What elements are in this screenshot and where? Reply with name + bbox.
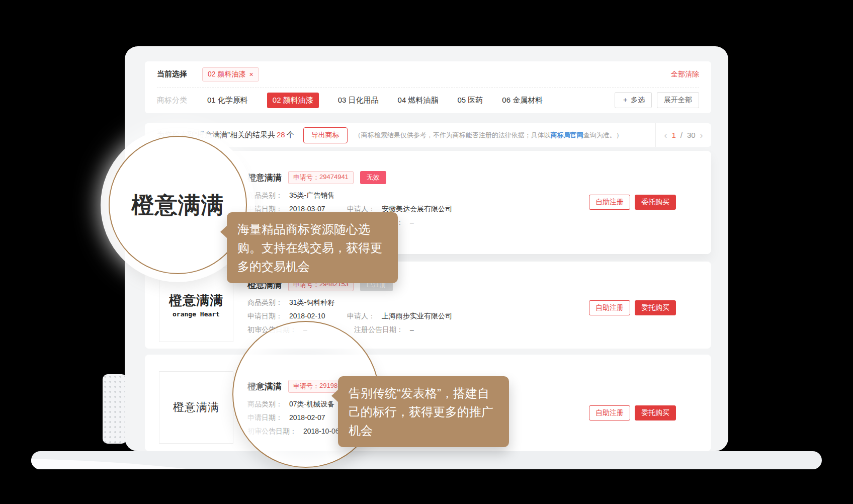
status-badge: 无效 xyxy=(360,171,386,184)
magnified-trademark-text: 橙意满满 xyxy=(132,190,224,220)
title-line: 橙意满满 申请号：29474941 无效 xyxy=(247,171,711,184)
self-register-button[interactable]: 自助注册 xyxy=(589,405,630,421)
trademark-image-text: 橙意满满 xyxy=(173,400,219,415)
dotted-decoration xyxy=(103,374,127,444)
filter-panel: 当前选择 02 颜料油漆 × 全部清除 商标分类 01 化学原料 02 颜料油漆… xyxy=(145,61,711,113)
apply-date-label: 申请日期： xyxy=(247,311,283,321)
category-label: 商品类别： xyxy=(247,298,283,307)
trademark-office-link[interactable]: 商标局官网 xyxy=(551,131,583,139)
self-register-button[interactable]: 自助注册 xyxy=(589,300,630,315)
reg-pub-value: – xyxy=(410,218,414,227)
self-register-button[interactable]: 自助注册 xyxy=(589,195,630,210)
clear-all-link[interactable]: 全部清除 xyxy=(671,70,699,79)
category-label: 商品类别： xyxy=(247,191,283,200)
apply-date-value: 2018-02-10 xyxy=(289,311,347,321)
category-row-label: 商标分类 xyxy=(157,96,187,105)
category-item-03[interactable]: 03 日化用品 xyxy=(338,96,379,105)
page-total: 30 xyxy=(687,131,696,139)
row-actions: 自助注册 委托购买 xyxy=(589,405,676,421)
results-count: 28 xyxy=(277,130,285,139)
category-value: 35类-广告销售 xyxy=(289,191,334,200)
trademark-name[interactable]: 橙意满满 xyxy=(247,172,282,184)
disclaimer-post: 查询为准。） xyxy=(583,131,623,139)
trademark-search-mockup: 当前选择 02 颜料油漆 × 全部清除 商标分类 01 化学原料 02 颜料油漆… xyxy=(0,0,853,504)
category-list: 01 化学原料 02 颜料油漆 03 日化用品 04 燃料油脂 05 医药 06… xyxy=(207,93,543,108)
selected-filter-tag[interactable]: 02 颜料油漆 × xyxy=(202,67,259,81)
reg-pub-value: – xyxy=(410,325,414,334)
trademark-image-text: 橙意满满 xyxy=(169,292,223,309)
export-trademarks-button[interactable]: 导出商标 xyxy=(303,127,348,143)
tooltip-promotion: 告别传统“发表格”，搭建自己的标行，获得更多的推广机会 xyxy=(338,376,509,447)
pagination: ‹ 1 / 30 › xyxy=(655,123,711,147)
category-item-01[interactable]: 01 化学原料 xyxy=(207,96,248,105)
results-header: 为您检索到“橙意满满”相关的结果共28个 导出商标 （商标检索结果仅供参考，不作… xyxy=(145,123,711,147)
application-number-label: 申请号： xyxy=(293,173,319,182)
entrusted-purchase-button[interactable]: 委托购买 xyxy=(635,300,676,315)
category-item-06[interactable]: 06 金属材料 xyxy=(502,96,543,105)
current-selection-label: 当前选择 xyxy=(157,69,187,79)
category-item-02-active[interactable]: 02 颜料油漆 xyxy=(267,93,319,108)
reg-pub-label: 注册公告日期： xyxy=(354,325,403,334)
category-actions: ＋ 多选 展开全部 xyxy=(615,92,699,108)
category-item-05[interactable]: 05 医药 xyxy=(457,96,483,105)
entrusted-purchase-button[interactable]: 委托购买 xyxy=(635,195,676,210)
category-row: 商标分类 01 化学原料 02 颜料油漆 03 日化用品 04 燃料油脂 05 … xyxy=(145,88,711,113)
selected-filter-tag-label: 02 颜料油漆 xyxy=(208,70,245,79)
row-actions: 自助注册 委托购买 xyxy=(589,300,676,315)
row-actions: 自助注册 委托购买 xyxy=(589,195,676,210)
trademark-image-subtext: orange Heart xyxy=(173,310,220,318)
page-next-icon[interactable]: › xyxy=(700,131,703,140)
results-unit: 个 xyxy=(287,130,294,139)
application-number-tag: 申请号：29474941 xyxy=(288,171,354,184)
magnifier-circle: 橙意满满 xyxy=(109,136,247,274)
tooltip-marketplace: 海量精品商标资源随心选购。支持在线交易，获得更多的交易机会 xyxy=(227,212,398,283)
multi-select-button[interactable]: ＋ 多选 xyxy=(615,92,652,108)
disclaimer-note: （商标检索结果仅供参考，不作为商标能否注册的法律依据；具体以商标局官网查询为准。… xyxy=(355,131,623,140)
applicant-label: 申请人： xyxy=(347,311,375,321)
disclaimer-pre: （商标检索结果仅供参考，不作为商标能否注册的法律依据；具体以 xyxy=(355,131,551,139)
entrusted-purchase-button[interactable]: 委托购买 xyxy=(635,405,676,421)
current-selection-row: 当前选择 02 颜料油漆 × 全部清除 xyxy=(145,61,711,87)
category-item-04[interactable]: 04 燃料油脂 xyxy=(398,96,439,105)
page-separator: / xyxy=(680,131,683,139)
laptop-base xyxy=(31,451,822,469)
page-prev-icon[interactable]: ‹ xyxy=(664,131,667,140)
expand-all-button[interactable]: 展开全部 xyxy=(657,92,699,108)
trademark-image-2[interactable]: 橙意满满 orange Heart xyxy=(159,268,233,342)
remove-tag-icon[interactable]: × xyxy=(249,70,253,78)
applicant-value: 上海雨步实业有限公司 xyxy=(382,311,452,321)
application-number-value: 29474941 xyxy=(319,173,349,182)
trademark-image-3[interactable]: 橙意满满 xyxy=(159,371,233,444)
category-value: 31类-饲料种籽 xyxy=(289,298,334,307)
page-current: 1 xyxy=(671,131,675,139)
